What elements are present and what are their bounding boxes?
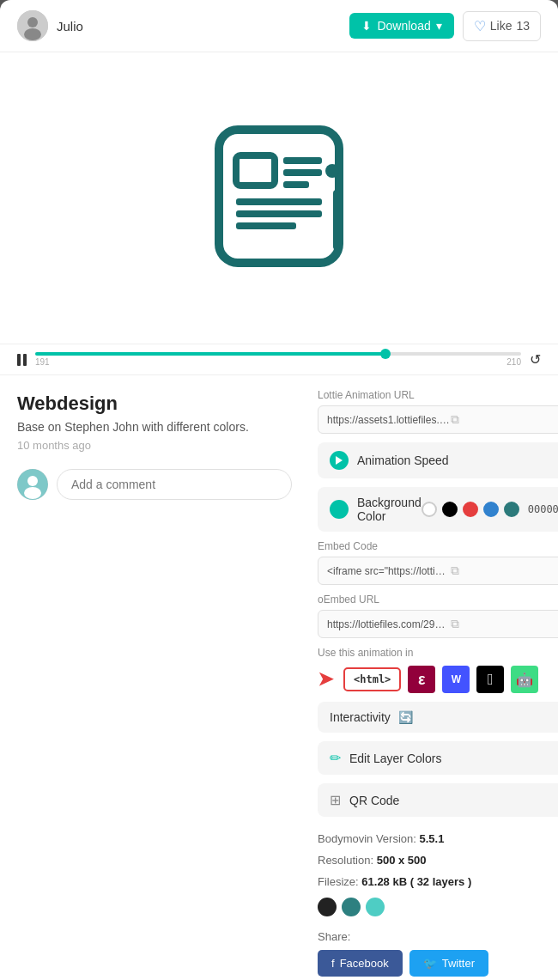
arrow-indicator: ➤ [318,668,333,691]
use-animation-label: Use this animation in [318,647,558,659]
copy-oembed-icon[interactable]: ⧉ [451,617,558,631]
lottie-url-section: Lottie Animation URL https://assets1.lot… [318,389,558,434]
oembed-value: https://lottiefiles.com/29258-webdesign [327,618,451,630]
header-right: ⬇ Download ▾ ♡ Like 13 [349,11,541,41]
edit-layer-row[interactable]: ✏ Edit Layer Colors [318,741,558,775]
embed-code-label: Embed Code [318,540,558,552]
color-black[interactable] [442,502,458,517]
download-button[interactable]: ⬇ Download ▾ [349,13,453,39]
lottie-url-value: https://assets1.lottiefiles.com/packages… [327,414,451,426]
header-left: Julio [17,10,83,41]
timeline-track [35,352,521,356]
color-blue[interactable] [483,502,499,517]
modal-container: Julio ⬇ Download ▾ ♡ Like 13 [0,0,558,980]
color-swatch-icon [330,500,349,519]
avatar [17,10,48,41]
bg-color-label: Background Color [357,496,422,523]
speed-icon [330,451,349,470]
edit-layer-label: Edit Layer Colors [349,752,441,765]
copy-embed-icon[interactable]: ⧉ [451,563,558,578]
svg-point-14 [27,476,38,486]
bodymovin-version: Bodymovin Version: 5.5.1 [318,831,558,849]
download-label: Download [377,19,430,33]
svg-marker-16 [336,456,343,465]
qr-label: QR Code [349,794,399,807]
comment-area [17,469,292,500]
webflow-icon[interactable]: W [442,666,470,693]
copy-lottie-url-icon[interactable]: ⧉ [451,412,558,427]
like-label: Like [490,19,513,33]
oembed-label: oEmbed URL [318,593,558,606]
color-teal[interactable] [504,502,519,517]
replay-button[interactable]: ↺ [530,351,541,368]
download-icon: ⬇ [361,19,372,33]
color-red[interactable] [463,502,478,517]
lottie-animation [193,113,365,284]
animation-description: Base on Stephen John with different colo… [17,420,292,434]
interactivity-label: Interactivity 🔄 [330,710,558,724]
svg-point-12 [325,164,339,178]
timeline-labels: 191 210 [35,357,521,367]
speed-label: Animation Speed [357,453,558,467]
svg-rect-4 [236,155,275,186]
facebook-icon: f [331,957,335,970]
share-buttons: f Facebook 🐦 Twitter [318,950,558,977]
pause-button[interactable] [17,354,27,366]
oembed-section: oEmbed URL https://lottiefiles.com/29258… [318,593,558,638]
animation-preview [0,52,558,344]
swatch-dark [318,898,337,916]
interactivity-icon: 🔄 [398,710,413,724]
embed-code-value: <iframe src="https://lottiefiles.com/ifr… [327,565,451,577]
timeline-thumb [380,349,391,359]
twitter-icon: 🐦 [423,957,437,970]
svg-point-1 [27,17,38,27]
elementor-icon[interactable]: ε [408,666,435,693]
lottie-url-label: Lottie Animation URL [318,389,558,401]
svg-rect-5 [283,157,322,164]
right-panel: Lottie Animation URL https://assets1.lot… [309,375,558,980]
embed-code-field[interactable]: <iframe src="https://lottiefiles.com/ifr… [318,557,558,585]
main-content: Webdesign Base on Stephen John with diff… [0,375,558,980]
svg-point-15 [24,487,41,499]
pause-icon [17,354,27,366]
comment-input[interactable] [57,469,292,500]
interactivity-row[interactable]: Interactivity 🔄 [318,702,558,733]
playback-controls: 191 210 ↺ [0,344,558,375]
replay-icon: ↺ [530,352,541,367]
svg-rect-8 [236,198,322,205]
twitter-button[interactable]: 🐦 Twitter [409,950,488,977]
resolution-info: Resolution: 500 x 500 [318,852,558,870]
color-hex-value: 0000000 [528,503,558,515]
platform-icons: ➤ <html> ε W  🤖 [318,666,558,693]
android-icon[interactable]: 🤖 [511,666,538,693]
animation-title: Webdesign [17,393,292,415]
qr-code-row[interactable]: ⊞ QR Code [318,783,558,817]
oembed-field[interactable]: https://lottiefiles.com/29258-webdesign … [318,610,558,638]
color-swatches [318,898,558,916]
bg-color-row[interactable]: Background Color 0000000 [318,487,558,532]
svg-rect-10 [236,222,296,229]
header: Julio ⬇ Download ▾ ♡ Like 13 [0,0,558,52]
heart-icon: ♡ [474,18,486,34]
animation-speed-row[interactable]: Animation Speed 1x [318,442,558,478]
lottie-url-field[interactable]: https://assets1.lottiefiles.com/packages… [318,405,558,434]
svg-rect-9 [236,210,322,217]
qr-icon: ⊞ [330,792,341,808]
timeline[interactable]: 191 210 [35,352,521,367]
embed-code-section: Embed Code <iframe src="https://lottiefi… [318,540,558,585]
facebook-button[interactable]: f Facebook [318,950,403,977]
like-button[interactable]: ♡ Like 13 [463,11,541,41]
share-label: Share: [318,930,558,943]
color-white[interactable] [422,502,437,517]
swatch-teal-dark [342,898,361,916]
commenter-avatar [17,469,48,500]
share-section: Share: f Facebook 🐦 Twitter ⚑ Report ani… [318,930,558,980]
svg-point-2 [24,28,41,40]
frame-end: 210 [506,357,521,367]
like-count: 13 [516,19,530,33]
html-button[interactable]: <html> [343,667,401,691]
apple-icon[interactable]:  [476,666,504,693]
left-panel: Webdesign Base on Stephen John with diff… [0,375,309,980]
pencil-icon: ✏ [330,750,341,766]
frame-start: 191 [35,357,50,367]
